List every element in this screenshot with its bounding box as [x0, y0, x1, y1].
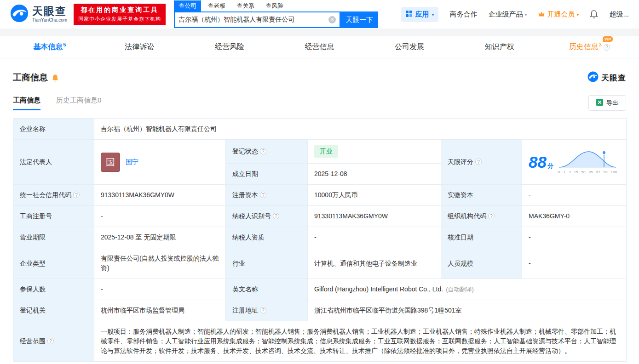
- table-row: 企业名称 吉尔福（杭州）智能机器人有限责任公司: [13, 119, 627, 140]
- legal-rep-avatar: 国: [101, 153, 120, 172]
- industry-value: 计算机、通信和其他电子设备制造业: [308, 248, 441, 279]
- tab-company-development[interactable]: 公司发展: [364, 42, 455, 52]
- establish-date-value: 2025-12-08: [308, 164, 441, 185]
- table-row: 营业期限 2025-12-08 至 无固定期限 纳税人资质 - 核准日期 -: [13, 227, 627, 248]
- taxpayer-no-label-text: 纳税人识别号: [232, 212, 271, 220]
- approval-date-label: 核准日期: [441, 227, 522, 248]
- org-code-help-icon[interactable]: ?: [488, 213, 495, 219]
- crown-icon: [538, 11, 545, 18]
- tianyancha-logo[interactable]: 天眼查 TianYanCha.com: [10, 4, 67, 24]
- taxpayer-quality-label: 纳税人资质: [226, 227, 308, 248]
- history-help-icon[interactable]: ?: [604, 44, 610, 51]
- score-axis: 0131550859799100: [558, 170, 617, 175]
- logo-brand: 天眼查: [32, 6, 67, 17]
- vip-label: 开通会员: [547, 10, 575, 19]
- score-label: 天眼评分?: [441, 140, 522, 185]
- search-input[interactable]: [178, 16, 328, 23]
- header-right-nav: 应用 ▾ 商务合作 企业级产品 ▾ 开通会员 ▾ 超级...: [401, 7, 629, 22]
- nav-business-cooperation[interactable]: 商务合作: [449, 10, 477, 19]
- insured-label: 参保人数: [13, 279, 94, 300]
- enterprise-caret-icon: ▾: [524, 12, 527, 17]
- apps-menu[interactable]: 应用 ▾: [401, 7, 438, 22]
- address-value: 浙江省杭州市临平区临平街道兴国路398号1幢501室: [308, 300, 627, 321]
- tab-operation-label: 经营信息: [305, 43, 334, 51]
- scope-label-text: 经营范围: [20, 337, 46, 345]
- search-input-wrap: ✕: [174, 11, 340, 28]
- score-help-icon[interactable]: ?: [475, 159, 482, 165]
- paid-capital-value: -: [522, 185, 627, 206]
- tab-operation-info[interactable]: 经营信息: [275, 42, 365, 52]
- legal-rep-link[interactable]: 国宁: [126, 157, 138, 167]
- tab-legal-label: 法律诉讼: [125, 43, 154, 51]
- authority-label: 登记机关: [13, 300, 94, 321]
- tab-basic-info-label: 基本信息: [33, 43, 63, 51]
- tab-development-label: 公司发展: [395, 43, 424, 51]
- logo-domain: TianYanCha.com: [32, 18, 67, 23]
- tab-history-info[interactable]: 历史信息3VIP?: [544, 42, 634, 52]
- vip-badge: VIP: [603, 36, 613, 42]
- taxpayer-no-help-icon[interactable]: ?: [273, 213, 279, 219]
- scope-help-icon[interactable]: ?: [47, 338, 54, 344]
- vip-caret-icon: ▾: [576, 12, 579, 17]
- topbar: 天眼查 TianYanCha.com 都在用的商业查询工具 国家中小企业发展子基…: [0, 0, 639, 28]
- clear-search-icon[interactable]: ✕: [328, 16, 336, 23]
- table-row: 参保人数 - 英文名称 Gilford (Hangzhou) Intellige…: [13, 279, 627, 300]
- search-tab-risk[interactable]: 查风险: [261, 0, 288, 11]
- search-tab-boss[interactable]: 查老板: [203, 0, 230, 11]
- search-tab-relation[interactable]: 查关系: [232, 0, 259, 11]
- business-info-table: 企业名称 吉尔福（杭州）智能机器人有限责任公司 法定代表人 国 国宁 登记状态?…: [13, 118, 627, 362]
- promo-banner[interactable]: 都在用的商业查询工具 国家中小企业发展子基金旗下机构: [74, 4, 166, 25]
- table-row: 统一社会信用代码? 91330113MAK36GMY0W 注册资本? 10000…: [13, 185, 627, 206]
- company-type-label: 企业类型: [13, 248, 94, 279]
- search-tabs: 查公司 查老板 查关系 查风险: [174, 0, 378, 11]
- english-name-value: Gilford (Hangzhou) Intelligent Robot Co.…: [308, 279, 627, 300]
- address-label-text: 注册地址: [232, 307, 258, 314]
- nav-super-vip[interactable]: 超级...: [609, 10, 629, 19]
- notification-bell-icon[interactable]: [590, 10, 598, 19]
- export-button[interactable]: 导出: [588, 95, 626, 111]
- industry-label: 行业: [226, 248, 308, 279]
- search-tab-company[interactable]: 查公司: [174, 0, 201, 11]
- tab-operation-risk[interactable]: 经营风险: [184, 42, 275, 52]
- english-name-text: Gilford (Hangzhou) Intelligent Robot Co.…: [314, 285, 443, 293]
- tab-intellectual-property[interactable]: 知识产权: [455, 42, 545, 52]
- address-help-icon[interactable]: ?: [260, 307, 266, 313]
- subtabs-row: 工商信息 历史工商信息0 导出: [13, 95, 626, 111]
- reg-capital-help-icon[interactable]: ?: [260, 192, 266, 198]
- subtab-history-business-info[interactable]: 历史工商信息0: [56, 96, 101, 110]
- tab-history-count: 3: [599, 42, 602, 47]
- status-badge: 开业: [314, 145, 338, 158]
- tab-risk-label: 经营风险: [215, 43, 244, 51]
- table-row: 法定代表人 国 国宁 登记状态? 开业 天眼评分?: [13, 140, 627, 164]
- credit-code-help-icon[interactable]: ?: [73, 192, 80, 198]
- reg-status-label: 登记状态?: [226, 140, 308, 164]
- search-button[interactable]: 天眼一下: [340, 11, 378, 28]
- address-label: 注册地址?: [226, 300, 308, 321]
- nav-business-label: 商务合作: [449, 10, 477, 19]
- nav-open-vip[interactable]: 开通会员 ▾: [538, 10, 579, 19]
- approval-date-value: -: [522, 227, 627, 248]
- reg-capital-label: 注册资本?: [226, 185, 308, 206]
- reg-status-help-icon[interactable]: ?: [260, 148, 266, 154]
- nav-enterprise-products[interactable]: 企业级产品 ▾: [488, 10, 527, 19]
- org-code-value: MAK36GMY-0: [522, 206, 627, 227]
- staff-size-label: 人员规模: [441, 248, 522, 279]
- reg-no-value: -: [94, 206, 226, 227]
- promo-line2: 国家中小企业发展子基金旗下机构: [78, 16, 161, 23]
- tab-basic-info[interactable]: 基本信息5: [5, 42, 95, 52]
- apps-label: 应用: [415, 10, 429, 19]
- monitor-bell-icon[interactable]: [52, 74, 59, 82]
- company-type-value: 有限责任公司(自然人投资或控股的法人独资): [94, 248, 226, 279]
- tab-legal-proceedings[interactable]: 法律诉讼: [95, 42, 185, 52]
- reg-capital-value: 10000万人民币: [308, 185, 441, 206]
- authority-value: 杭州市临平区市场监督管理局: [94, 300, 226, 321]
- org-code-label-text: 组织机构代码: [448, 212, 486, 220]
- subtab-business-info[interactable]: 工商信息: [13, 96, 40, 110]
- establish-date-label: 成立日期: [226, 164, 308, 185]
- reg-no-label: 工商注册号: [13, 206, 94, 227]
- brand-text: 天眼查: [601, 73, 626, 83]
- score-label-text: 天眼评分: [448, 158, 473, 165]
- credit-code-label-text: 统一社会信用代码: [20, 191, 71, 199]
- tab-ip-label: 知识产权: [485, 43, 514, 51]
- page-gap-strip: [0, 28, 639, 36]
